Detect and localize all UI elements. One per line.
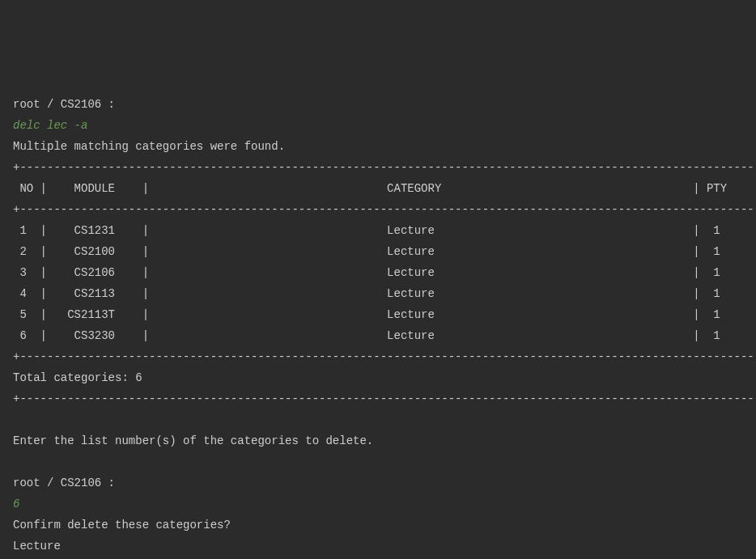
table-row: 5 | CS2113T | Lecture | 1 — [13, 304, 743, 325]
table-row: 3 | CS2106 | Lecture | 1 — [13, 262, 743, 283]
table-border: +---------------------------------------… — [13, 157, 743, 178]
instruction-message: Enter the list number(s) of the categori… — [13, 430, 743, 451]
table-row: 2 | CS2100 | Lecture | 1 — [13, 241, 743, 262]
shell-prompt: root / CS2106 : — [13, 472, 743, 493]
table-header: NO | MODULE | CATEGORY | PTY — [13, 178, 743, 199]
table-border: +---------------------------------------… — [13, 346, 743, 367]
user-command[interactable]: delc lec -a — [13, 115, 743, 136]
confirm-item: Lecture — [13, 536, 743, 557]
total-categories: Total categories: 6 — [13, 367, 743, 388]
table-border: +---------------------------------------… — [13, 199, 743, 220]
confirm-message: Confirm delete these categories? — [13, 515, 743, 536]
table-row: 6 | CS3230 | Lecture | 1 — [13, 325, 743, 346]
table-border: +---------------------------------------… — [13, 388, 743, 409]
shell-prompt: root / CS2106 : — [13, 94, 743, 115]
table-row: 1 | CS1231 | Lecture | 1 — [13, 220, 743, 241]
table-row: 4 | CS2113 | Lecture | 1 — [13, 283, 743, 304]
blank-line — [13, 451, 743, 472]
blank-line — [13, 409, 743, 430]
output-message: Multiple matching categories were found. — [13, 136, 743, 157]
user-command[interactable]: 6 — [13, 493, 743, 515]
